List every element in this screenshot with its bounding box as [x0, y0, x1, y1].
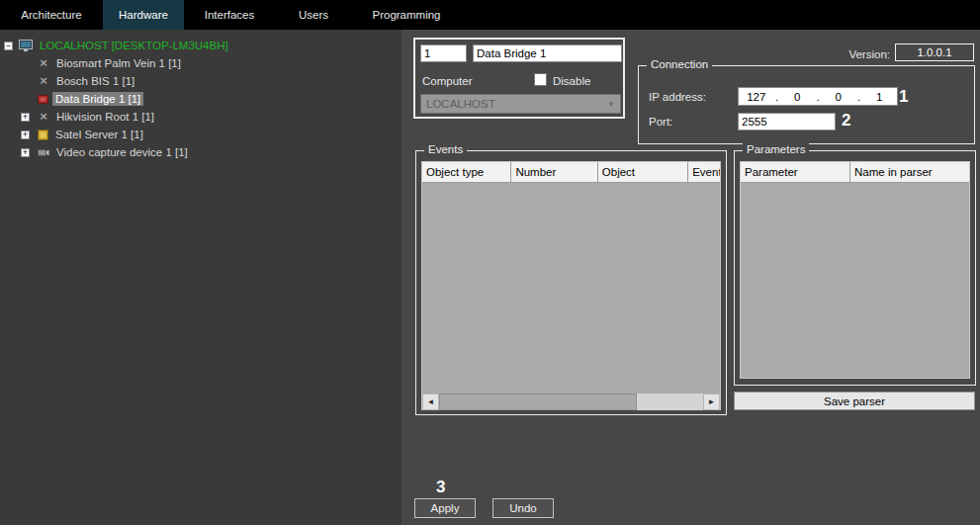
object-name-input[interactable] [473, 44, 622, 62]
ip-address-label: IP address: [649, 91, 706, 103]
computer-select[interactable]: LOCALHOST ▼ [420, 94, 621, 114]
column-header-number[interactable]: Number [511, 162, 597, 182]
column-header-object[interactable]: Object [598, 162, 688, 182]
events-table: Object type Number Object Event ◄ ► [421, 161, 721, 410]
connection-group-title: Connection [647, 58, 712, 70]
tab-architecture[interactable]: Architecture [0, 0, 103, 30]
expand-icon[interactable]: + [21, 131, 30, 139]
events-table-body[interactable] [422, 183, 720, 394]
hardware-tree: − LOCALHOST [DESKTOP-LM3U4BH] × Biosmart… [0, 30, 401, 525]
annotation-2: 2 [842, 111, 850, 131]
satel-server-icon [38, 130, 48, 140]
port-input[interactable] [738, 113, 836, 131]
scrollbar-thumb[interactable] [439, 394, 637, 410]
ip-octet-3: 0 [821, 91, 856, 103]
computer-select-value: LOCALHOST [426, 98, 495, 110]
parameters-group: Parameters Parameter Name in parser [734, 150, 976, 386]
scroll-left-button[interactable]: ◄ [422, 394, 439, 410]
ip-octet-2: 0 [780, 91, 816, 103]
scroll-right-button[interactable]: ► [703, 394, 720, 410]
events-group-title: Events [424, 143, 467, 155]
parameters-table: Parameter Name in parser [740, 161, 970, 379]
computer-icon [19, 40, 33, 51]
column-header-event[interactable]: Event [688, 162, 720, 182]
tree-item-data-bridge[interactable]: Data Bridge 1 [1] [0, 90, 401, 108]
x-icon: × [38, 111, 49, 123]
tree-item-label: Satel Server 1 [1] [52, 128, 146, 141]
port-label: Port: [649, 116, 672, 128]
column-header-parameter[interactable]: Parameter [741, 162, 850, 182]
tab-hardware[interactable]: Hardware [103, 0, 184, 30]
application-window: Architecture Hardware Interfaces Users P… [0, 0, 980, 525]
column-header-name-in-parser[interactable]: Name in parser [850, 162, 969, 182]
ip-octet-1: 127 [739, 91, 774, 103]
save-parser-button[interactable]: Save parser [734, 392, 975, 410]
tab-programming[interactable]: Programming [352, 0, 461, 30]
ip-address-input[interactable]: 127 . 0 . 0 . 1 [738, 87, 898, 106]
tree-item-satel[interactable]: + Satel Server 1 [1] [0, 126, 401, 143]
tree-item-label: Hikvision Root 1 [1] [53, 110, 157, 124]
data-bridge-icon [38, 94, 48, 105]
tab-interfaces[interactable]: Interfaces [184, 0, 275, 30]
connection-group: Connection IP address: 127 . 0 . 0 . 1 P… [638, 65, 975, 144]
tree-item-hikvision[interactable]: + × Hikvision Root 1 [1] [0, 108, 401, 126]
disable-checkbox[interactable] [534, 73, 547, 86]
parameters-table-header: Parameter Name in parser [741, 162, 969, 183]
events-table-header: Object type Number Object Event [422, 162, 720, 183]
expand-icon[interactable]: + [21, 113, 30, 122]
undo-button[interactable]: Undo [492, 498, 554, 518]
object-settings-box: Computer Disable LOCALHOST ▼ [413, 38, 625, 119]
collapse-icon[interactable]: − [4, 42, 13, 50]
annotation-3: 3 [436, 478, 445, 497]
object-id-input[interactable] [420, 44, 467, 62]
tab-users[interactable]: Users [275, 0, 352, 30]
annotation-1: 1 [899, 87, 908, 107]
expand-icon[interactable]: + [21, 148, 30, 157]
tree-item-localhost[interactable]: − LOCALHOST [DESKTOP-LM3U4BH] [0, 37, 401, 54]
events-group: Events Object type Number Object Event ◄… [415, 150, 727, 415]
tree-item-label: LOCALHOST [DESKTOP-LM3U4BH] [37, 39, 231, 52]
tree-item-label: Bosch BIS 1 [1] [53, 74, 137, 88]
tree-item-video-capture[interactable]: + Video capture device 1 [1] [0, 143, 401, 161]
tree-item-biosmart[interactable]: × Biosmart Palm Vein 1 [1] [0, 54, 401, 72]
tree-item-label: Biosmart Palm Vein 1 [1] [53, 56, 184, 70]
version-label: Version: [836, 48, 890, 60]
parameters-group-title: Parameters [743, 143, 809, 155]
parameters-table-body[interactable] [741, 183, 969, 378]
top-nav: Architecture Hardware Interfaces Users P… [0, 0, 980, 30]
apply-button[interactable]: Apply [414, 498, 476, 518]
horizontal-scrollbar: ◄ ► [422, 394, 720, 410]
tree-item-label: Data Bridge 1 [1] [52, 92, 143, 106]
scrollbar-track[interactable] [439, 394, 703, 410]
version-value: 1.0.0.1 [895, 44, 974, 61]
tree-item-label: Video capture device 1 [1] [53, 145, 191, 159]
chevron-down-icon: ▼ [607, 100, 615, 109]
disable-checkbox-label: Disable [553, 75, 590, 87]
video-capture-icon [38, 147, 49, 158]
ip-octet-4: 1 [862, 91, 898, 103]
column-header-object-type[interactable]: Object type [422, 162, 511, 182]
x-icon: × [38, 75, 49, 87]
x-icon: × [38, 57, 49, 69]
computer-label: Computer [422, 75, 473, 87]
tree-item-bosch[interactable]: × Bosch BIS 1 [1] [0, 72, 401, 90]
